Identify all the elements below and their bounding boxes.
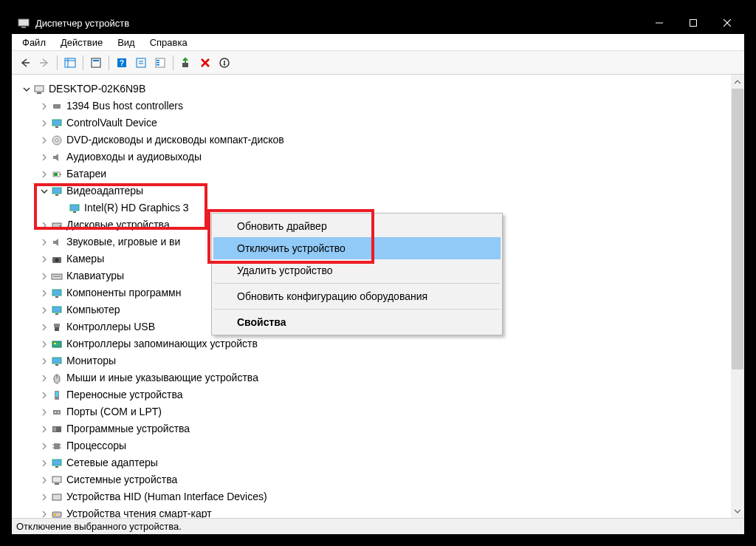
properties-button-2[interactable] bbox=[87, 54, 105, 72]
chevron-right-icon[interactable] bbox=[38, 372, 50, 384]
menubar: Файл Действие Вид Справка bbox=[12, 34, 744, 51]
scan-hardware-button[interactable] bbox=[132, 54, 150, 72]
tree-category[interactable]: Переносные устройства bbox=[18, 386, 731, 403]
tree-category[interactable]: Батареи bbox=[18, 165, 731, 182]
show-hide-tree-button[interactable] bbox=[61, 54, 79, 72]
ctx-disable-device[interactable]: Отключить устройство bbox=[213, 237, 501, 259]
chevron-right-icon[interactable] bbox=[38, 270, 50, 282]
chevron-right-icon[interactable] bbox=[38, 389, 50, 401]
tree-category[interactable]: 1394 Bus host controllers bbox=[18, 98, 731, 115]
update-driver-button[interactable] bbox=[177, 54, 195, 72]
tree-root-label: DESKTOP-02K6N9B bbox=[49, 81, 145, 98]
menu-action[interactable]: Действие bbox=[55, 35, 109, 50]
svg-point-28 bbox=[55, 139, 58, 142]
ctx-label: Свойства bbox=[237, 316, 286, 328]
uninstall-button[interactable] bbox=[196, 54, 214, 72]
device-icon bbox=[50, 100, 63, 113]
svg-rect-34 bbox=[70, 205, 79, 211]
svg-rect-24 bbox=[53, 104, 61, 109]
tree-category[interactable]: Сетевые адаптеры bbox=[18, 454, 731, 471]
audio-icon bbox=[50, 151, 63, 164]
tree-category[interactable]: Процессоры bbox=[18, 437, 731, 454]
toolbar-separator bbox=[83, 55, 83, 70]
node-label: ControlVault Device bbox=[66, 115, 157, 132]
tree-category[interactable]: Контроллеры запоминающих устройств bbox=[18, 335, 731, 352]
menu-file[interactable]: Файл bbox=[16, 35, 52, 50]
chevron-right-icon[interactable] bbox=[38, 151, 50, 163]
chevron-down-icon[interactable] bbox=[21, 83, 32, 95]
chevron-right-icon[interactable] bbox=[38, 457, 50, 469]
scrollbar-thumb[interactable] bbox=[732, 89, 743, 369]
chevron-right-icon[interactable] bbox=[38, 100, 50, 112]
node-label: Батареи bbox=[66, 165, 106, 182]
statusbar: Отключение выбранного устройства. bbox=[12, 518, 744, 534]
menu-help[interactable]: Справка bbox=[144, 35, 193, 50]
chevron-right-icon[interactable] bbox=[38, 355, 50, 367]
properties-button[interactable] bbox=[151, 54, 169, 72]
node-label: Процессоры bbox=[66, 437, 126, 454]
chevron-right-icon[interactable] bbox=[38, 423, 50, 435]
tree-category[interactable]: Устройства чтения смарт-карт bbox=[18, 505, 731, 518]
svg-rect-66 bbox=[52, 460, 61, 465]
tree-category[interactable]: Аудиовходы и аудиовыходы bbox=[18, 149, 731, 165]
ctx-remove-device[interactable]: Удалить устройство bbox=[213, 259, 501, 281]
svg-rect-18 bbox=[157, 62, 159, 64]
ctx-scan-hardware[interactable]: Обновить конфигурацию оборудования bbox=[213, 285, 501, 307]
svg-rect-15 bbox=[137, 58, 145, 67]
titlebar[interactable]: Диспетчер устройств bbox=[12, 12, 744, 34]
node-label: Мыши и иные указывающие устройства bbox=[66, 369, 258, 386]
chevron-right-icon[interactable] bbox=[38, 236, 50, 248]
tree-root[interactable]: DESKTOP-02K6N9B bbox=[18, 81, 731, 98]
node-label: Клавиатуры bbox=[66, 267, 124, 284]
disable-button[interactable] bbox=[216, 54, 233, 72]
menu-view[interactable]: Вид bbox=[111, 35, 141, 50]
tree-category[interactable]: Системные устройства bbox=[18, 471, 731, 488]
tree-category[interactable]: Мониторы bbox=[18, 352, 731, 369]
chevron-right-icon[interactable] bbox=[38, 253, 50, 265]
tree-category[interactable]: Порты (COM и LPT) bbox=[18, 403, 731, 420]
chevron-right-icon[interactable] bbox=[38, 287, 50, 299]
ctx-properties[interactable]: Свойства bbox=[213, 311, 501, 333]
tree-category[interactable]: ControlVault Device bbox=[18, 115, 731, 132]
scroll-up-button[interactable] bbox=[731, 75, 744, 89]
help-button[interactable]: ? bbox=[113, 54, 131, 72]
node-label: Компоненты программн bbox=[66, 284, 181, 301]
chevron-right-icon[interactable] bbox=[38, 338, 50, 350]
tree-category[interactable]: Мыши и иные указывающие устройства bbox=[18, 369, 731, 386]
disc-icon bbox=[50, 134, 63, 147]
scroll-down-button[interactable] bbox=[731, 505, 744, 518]
svg-rect-71 bbox=[52, 512, 61, 517]
svg-rect-32 bbox=[52, 188, 61, 194]
chevron-right-icon[interactable] bbox=[38, 117, 50, 129]
chevron-right-icon[interactable] bbox=[38, 304, 50, 316]
chevron-right-icon[interactable] bbox=[38, 168, 50, 180]
tree-category[interactable]: DVD-дисководы и дисководы компакт-дисков bbox=[18, 132, 731, 149]
svg-rect-30 bbox=[60, 174, 61, 175]
node-label: Системные устройства bbox=[66, 471, 177, 488]
chevron-down-icon[interactable] bbox=[38, 185, 50, 197]
chevron-right-icon[interactable] bbox=[38, 321, 50, 333]
svg-rect-17 bbox=[157, 60, 159, 61]
forward-button[interactable] bbox=[35, 54, 53, 72]
svg-rect-12 bbox=[93, 60, 99, 61]
vertical-scrollbar[interactable] bbox=[731, 75, 744, 518]
ctx-update-driver[interactable]: Обновить драйвер bbox=[213, 215, 501, 237]
node-label: Переносные устройства bbox=[66, 386, 183, 403]
chevron-right-icon[interactable] bbox=[38, 474, 50, 486]
chevron-right-icon[interactable] bbox=[38, 440, 50, 452]
tree-category[interactable]: Программные устройства bbox=[18, 420, 731, 437]
chevron-right-icon[interactable] bbox=[38, 406, 50, 418]
back-button[interactable] bbox=[16, 54, 34, 72]
usb-icon bbox=[50, 321, 63, 334]
chevron-right-icon[interactable] bbox=[38, 491, 50, 503]
mouse-icon bbox=[50, 372, 63, 385]
maximize-button[interactable] bbox=[676, 12, 710, 34]
chevron-right-icon[interactable] bbox=[38, 134, 50, 146]
close-button[interactable] bbox=[710, 12, 744, 34]
chevron-right-icon[interactable] bbox=[38, 219, 50, 231]
tree-category[interactable]: Устройства HID (Human Interface Devices) bbox=[18, 488, 731, 505]
chevron-right-icon[interactable] bbox=[38, 508, 50, 519]
minimize-button[interactable] bbox=[642, 12, 676, 34]
tree-category-video[interactable]: Видеоадаптеры bbox=[18, 182, 731, 199]
node-label: Устройства HID (Human Interface Devices) bbox=[66, 488, 267, 505]
